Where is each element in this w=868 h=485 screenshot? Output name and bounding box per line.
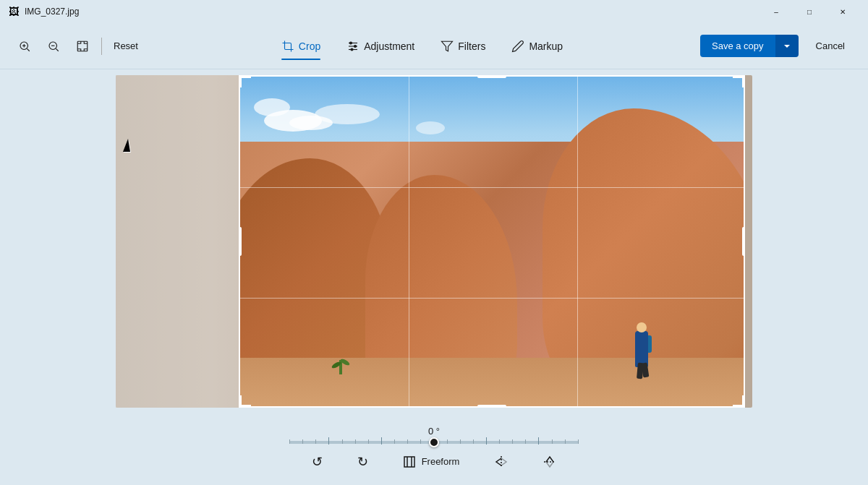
rotation-slider-thumb[interactable] [429,437,439,447]
slider-mark [302,439,303,444]
markup-icon [511,40,524,53]
rotation-angle-display: 0 ° [428,426,440,437]
title-bar-left: 🖼 IMG_0327.jpg [9,6,79,17]
toolbar-divider [101,38,102,55]
outside-crop-left [116,75,239,408]
title-bar-text: IMG_0327.jpg [25,7,79,17]
slider-mark [460,439,461,444]
tab-filters[interactable]: Filters [429,34,497,59]
tab-crop[interactable]: Crop [270,34,332,59]
tab-filters-label: Filters [458,40,485,52]
slider-mark [578,439,579,444]
flip-horizontal-button[interactable] [488,452,514,471]
save-copy-button[interactable]: Save a copy [700,35,775,57]
tab-adjustment-label: Adjustment [364,40,414,52]
freeform-label: Freeform [422,456,460,467]
slider-mark-major [538,437,539,445]
slider-mark [499,439,500,444]
freeform-icon [403,455,416,468]
slider-mark [342,439,343,444]
flip-vertical-icon [543,455,556,469]
svg-rect-15 [404,457,414,467]
svg-point-11 [350,42,352,44]
canvas-area[interactable] [0,69,868,413]
fit-icon [76,40,89,53]
rotate-left-icon: ↺ [312,454,323,470]
ground [239,358,745,408]
freeform-button[interactable]: Freeform [397,452,466,471]
slider-mark [368,439,369,444]
rotate-left-button[interactable]: ↺ [306,451,328,473]
svg-marker-14 [442,41,453,51]
slider-mark [407,439,408,444]
toolbar: Reset Crop Adjustment [0,23,868,69]
fit-button[interactable] [69,33,95,59]
tab-adjustment[interactable]: Adjustment [335,34,426,59]
close-button[interactable]: ✕ [826,0,859,23]
bottom-controls: 0 ° [0,413,868,485]
app-icon: 🖼 [9,6,19,17]
tab-crop-label: Crop [299,40,320,52]
svg-line-6 [56,48,58,51]
slider-mark [315,439,316,444]
tab-markup[interactable]: Markup [500,34,574,59]
slider-mark [473,439,474,444]
main-content: 0 ° [0,69,868,485]
tab-markup-label: Markup [529,40,563,52]
zoom-in-icon [18,40,31,53]
image-scene [239,75,745,408]
toolbar-left: Reset [12,33,144,59]
svg-rect-7 [77,41,88,51]
slider-mark [447,439,448,444]
slider-mark [420,439,421,444]
hiker [629,302,654,367]
bottom-actions: ↺ ↻ Freeform [306,451,563,473]
rotate-right-icon: ↻ [357,454,368,470]
crop-icon [281,40,294,53]
toolbar-right: Save a copy Cancel [700,35,856,57]
cancel-button[interactable]: Cancel [804,35,856,57]
slider-mark [525,439,526,444]
flip-vertical-button[interactable] [537,452,562,472]
save-copy-dropdown-button[interactable] [775,35,799,57]
image-container [116,75,752,408]
zoom-out-button[interactable] [41,33,67,59]
svg-point-12 [354,45,357,47]
zoom-out-icon [47,40,60,53]
rotate-right-button[interactable]: ↻ [352,451,374,473]
toolbar-tabs: Crop Adjustment Filters [150,34,694,59]
rotation-slider[interactable] [289,441,579,444]
slider-mark-major [486,437,487,445]
slider-mark [512,439,513,444]
title-bar-controls: – □ ✕ [760,0,859,23]
filters-icon [441,40,454,53]
flip-horizontal-icon [494,455,509,468]
slider-mark [552,439,553,444]
adjustment-icon [346,40,359,53]
maximize-button[interactable]: □ [793,0,826,23]
slider-mark-major [381,437,382,445]
slider-mark [289,439,290,444]
plant [330,345,352,374]
reset-button[interactable]: Reset [108,38,144,54]
dropdown-chevron-icon [783,42,791,51]
title-bar: 🖼 IMG_0327.jpg – □ ✕ [0,0,868,23]
slider-mark-major [328,437,329,445]
slider-mark [355,439,356,444]
minimize-button[interactable]: – [760,0,793,23]
save-copy-group: Save a copy [700,35,799,57]
zoom-in-button[interactable] [12,33,38,59]
slider-mark [394,439,395,444]
svg-point-13 [351,48,353,51]
svg-line-3 [27,48,29,51]
slider-mark [565,439,566,444]
